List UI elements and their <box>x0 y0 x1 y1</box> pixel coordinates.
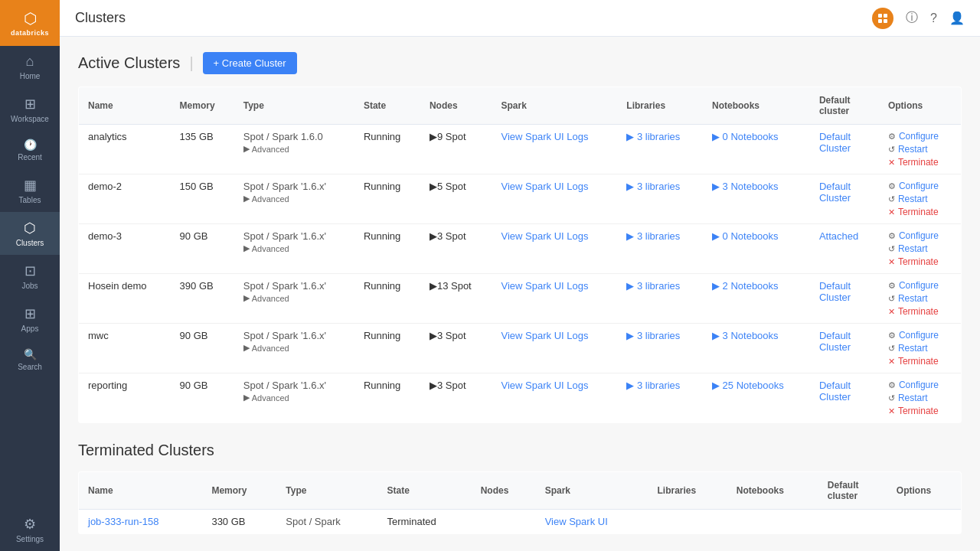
default-cluster-link[interactable]: Default Cluster <box>819 380 851 403</box>
cell-options: ⚙ Configure ↺ Restart ✕ Terminate <box>879 174 962 224</box>
advanced-toggle[interactable]: ▶ Advanced <box>243 393 345 403</box>
restart-option[interactable]: ↺ Restart <box>888 393 952 403</box>
spark-ui-link[interactable]: View Spark UI Logs <box>501 380 589 391</box>
restart-option[interactable]: ↺ Restart <box>888 194 952 204</box>
notebooks-link[interactable]: ▶ 2 Notebooks <box>712 280 779 292</box>
terminate-option[interactable]: ✕ Terminate <box>888 207 952 217</box>
cell-options: ⚙ Configure ↺ Restart ✕ Terminate <box>879 274 962 324</box>
default-cluster-link[interactable]: Attached <box>819 230 858 242</box>
cell-libraries: ▶ 3 libraries <box>617 125 703 174</box>
table-row: demo-2 150 GB Spot / Spark '1.6.x' ▶ Adv… <box>79 174 962 224</box>
restart-icon: ↺ <box>888 344 895 354</box>
libraries-link[interactable]: ▶ 3 libraries <box>626 280 680 292</box>
col-nodes: Nodes <box>420 87 492 125</box>
terminate-icon: ✕ <box>888 357 895 367</box>
notebooks-link[interactable]: ▶ 0 Notebooks <box>712 131 779 142</box>
configure-option[interactable]: ⚙ Configure <box>888 280 952 291</box>
notebooks-link[interactable]: ▶ 0 Notebooks <box>712 230 779 242</box>
configure-option[interactable]: ⚙ Configure <box>888 181 952 191</box>
chevron-right-icon: ▶ <box>243 243 250 253</box>
restart-option[interactable]: ↺ Restart <box>888 144 952 155</box>
spark-ui-link[interactable]: View Spark UI Logs <box>501 230 589 242</box>
terminate-option[interactable]: ✕ Terminate <box>888 306 952 317</box>
terminate-option[interactable]: ✕ Terminate <box>888 157 952 168</box>
configure-option[interactable]: ⚙ Configure <box>888 131 952 142</box>
spark-ui-link[interactable]: View Spark UI Logs <box>501 280 589 292</box>
notebooks-link[interactable]: ▶ 3 Notebooks <box>712 181 779 192</box>
terminated-header-row: Name Memory Type State Nodes Spark Libra… <box>79 472 962 510</box>
notebooks-link[interactable]: ▶ 3 Notebooks <box>712 330 779 341</box>
user-icon[interactable]: 👤 <box>949 11 965 25</box>
terminate-icon: ✕ <box>888 207 895 217</box>
terminated-clusters-body: job-333-run-158 330 GB Spot / Spark Term… <box>79 510 962 534</box>
create-cluster-button[interactable]: + Create Cluster <box>203 52 297 74</box>
svg-rect-1 <box>884 14 887 18</box>
svg-rect-3 <box>884 19 887 23</box>
sidebar-item-search[interactable]: 🔍 Search <box>0 341 60 379</box>
restart-option[interactable]: ↺ Restart <box>888 293 952 304</box>
sidebar-item-recent[interactable]: 🕐 Recent <box>0 131 60 169</box>
restart-label: Restart <box>898 243 928 254</box>
libraries-link[interactable]: ▶ 3 libraries <box>626 230 680 242</box>
sidebar: ⬡ databricks ⌂ Home ⊞ Workspace 🕐 Recent… <box>0 0 60 551</box>
sidebar-item-settings[interactable]: ⚙ Settings <box>0 508 60 551</box>
advanced-toggle[interactable]: ▶ Advanced <box>243 144 345 154</box>
advanced-toggle[interactable]: ▶ Advanced <box>243 293 345 303</box>
terminate-option[interactable]: ✕ Terminate <box>888 256 952 267</box>
cell-spark: View Spark UI Logs <box>492 224 618 274</box>
configure-option[interactable]: ⚙ Configure <box>888 330 952 341</box>
sidebar-item-workspace-label: Workspace <box>11 115 49 123</box>
restart-option[interactable]: ↺ Restart <box>888 243 952 254</box>
cell-libraries: ▶ 3 libraries <box>617 324 703 373</box>
configure-label: Configure <box>899 230 939 241</box>
gear-icon: ⚙ <box>888 380 896 390</box>
configure-option[interactable]: ⚙ Configure <box>888 380 952 390</box>
libraries-link[interactable]: ▶ 3 libraries <box>626 131 680 142</box>
type-text: Spot / Spark '1.6.x' <box>243 181 326 192</box>
workspace-icon: ⊞ <box>24 96 36 112</box>
restart-label: Restart <box>898 293 928 304</box>
advanced-toggle[interactable]: ▶ Advanced <box>243 343 345 353</box>
default-cluster-link[interactable]: Default Cluster <box>819 181 851 204</box>
default-cluster-link[interactable]: Default Cluster <box>819 280 851 303</box>
default-cluster-link[interactable]: Default Cluster <box>819 131 851 154</box>
spark-ui-link[interactable]: View Spark UI Logs <box>501 181 589 192</box>
notebooks-link[interactable]: ▶ 25 Notebooks <box>712 380 784 391</box>
terminate-option[interactable]: ✕ Terminate <box>888 406 952 416</box>
help-icon[interactable]: ? <box>930 11 937 25</box>
terminate-option[interactable]: ✕ Terminate <box>888 356 952 367</box>
topbar-avatar[interactable] <box>872 8 893 29</box>
default-cluster-link[interactable]: Default Cluster <box>819 330 851 353</box>
restart-option[interactable]: ↺ Restart <box>888 343 952 354</box>
options-cell: ⚙ Configure ↺ Restart ✕ Terminate <box>888 380 952 416</box>
configure-option[interactable]: ⚙ Configure <box>888 230 952 241</box>
sidebar-item-tables[interactable]: ▦ Tables <box>0 169 60 212</box>
libraries-link[interactable]: ▶ 3 libraries <box>626 181 680 192</box>
terminated-col-notebooks: Notebooks <box>727 472 818 510</box>
sidebar-item-jobs[interactable]: ⊡ Jobs <box>0 255 60 298</box>
restart-label: Restart <box>898 393 928 403</box>
spark-ui-link[interactable]: View Spark UI Logs <box>501 330 589 341</box>
cell-notebooks: ▶ 3 Notebooks <box>703 174 810 224</box>
advanced-toggle[interactable]: ▶ Advanced <box>243 194 345 204</box>
sidebar-item-apps[interactable]: ⊞ Apps <box>0 298 60 341</box>
options-cell: ⚙ Configure ↺ Restart ✕ Terminate <box>888 181 952 217</box>
cluster-name-link[interactable]: job-333-run-158 <box>88 516 159 527</box>
libraries-link[interactable]: ▶ 3 libraries <box>626 330 680 341</box>
info-icon[interactable]: ⓘ <box>906 10 918 26</box>
sidebar-item-clusters[interactable]: ⬡ Clusters <box>0 212 60 255</box>
cell-default-cluster: Attached <box>810 224 879 274</box>
sidebar-item-home[interactable]: ⌂ Home <box>0 46 60 88</box>
spark-ui-link[interactable]: View Spark UI Logs <box>501 131 589 142</box>
cell-type: Spot / Spark <box>276 510 377 534</box>
spark-ui-link[interactable]: View Spark UI <box>545 516 608 527</box>
header-row: Name Memory Type State Nodes Spark Libra… <box>79 87 962 125</box>
sidebar-item-workspace[interactable]: ⊞ Workspace <box>0 88 60 131</box>
advanced-toggle[interactable]: ▶ Advanced <box>243 243 345 253</box>
active-clusters-title: Active Clusters <box>78 54 180 72</box>
col-type: Type <box>234 87 354 125</box>
cell-options <box>887 510 962 534</box>
libraries-link[interactable]: ▶ 3 libraries <box>626 380 680 391</box>
cell-libraries: ▶ 3 libraries <box>617 373 703 423</box>
col-state: State <box>354 87 420 125</box>
